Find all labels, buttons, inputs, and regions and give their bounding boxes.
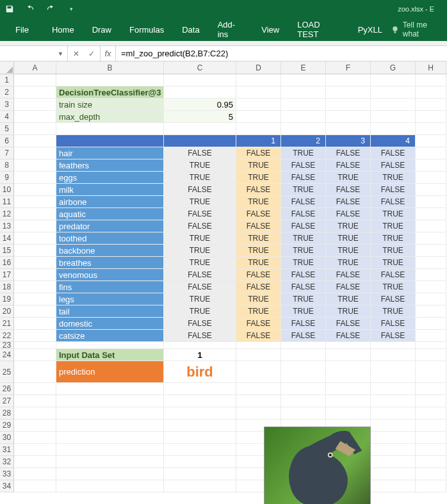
val-toothed-D[interactable]: TRUE (236, 232, 281, 245)
val-milk-G[interactable]: FALSE (371, 184, 416, 196)
cell-D4[interactable] (236, 111, 281, 123)
cell-B31[interactable] (56, 444, 164, 456)
val-backbone-G[interactable]: TRUE (371, 245, 416, 257)
cell-F3[interactable] (326, 99, 371, 111)
cell-A27[interactable] (14, 395, 56, 407)
feature-airbone[interactable]: airbone (56, 196, 164, 208)
cell-H32[interactable] (416, 456, 446, 468)
table-header-c[interactable] (164, 135, 236, 147)
col-header-B[interactable]: B (56, 61, 164, 74)
cell-H15[interactable] (416, 245, 446, 257)
cell-E3[interactable] (281, 99, 326, 111)
row-header-14[interactable]: 14 (0, 232, 14, 245)
val-airbone-G[interactable]: FALSE (371, 196, 416, 208)
val-toothed-G[interactable]: TRUE (371, 232, 416, 245)
cell-F5[interactable] (326, 123, 371, 135)
cell-G28[interactable] (371, 407, 416, 419)
cell-A11[interactable] (14, 196, 56, 208)
cell-G27[interactable] (371, 395, 416, 407)
cell-C31[interactable] (164, 444, 236, 456)
cell-H22[interactable] (416, 330, 446, 342)
cell-A4[interactable] (14, 111, 56, 123)
cell-H16[interactable] (416, 257, 446, 269)
cell-A8[interactable] (14, 159, 56, 172)
val-hair-G[interactable]: FALSE (371, 147, 416, 159)
customize-qat-icon[interactable]: ▾ (67, 4, 76, 13)
cell-A7[interactable] (14, 147, 56, 159)
cell-B28[interactable] (56, 407, 164, 419)
row-header-20[interactable]: 20 (0, 305, 14, 318)
cell-A14[interactable] (14, 232, 56, 245)
cell-H1[interactable] (416, 74, 446, 86)
param-trainsize-label[interactable]: train size (56, 99, 164, 111)
val-backbone-F[interactable]: TRUE (326, 245, 371, 257)
cell-H18[interactable] (416, 281, 446, 293)
val-venomous-C[interactable]: FALSE (164, 269, 236, 281)
val-feathers-E[interactable]: FALSE (281, 159, 326, 172)
cell-G30[interactable] (371, 432, 416, 444)
worksheet-grid[interactable]: A B C D E F G H 12DecisionTreeClassifier… (0, 61, 447, 492)
val-eggs-G[interactable]: TRUE (371, 172, 416, 184)
cell-H5[interactable] (416, 123, 446, 135)
val-fins-F[interactable]: FALSE (326, 281, 371, 293)
table-header-3[interactable]: 3 (326, 135, 371, 147)
tab-loadtest[interactable]: LOAD TEST (288, 18, 348, 41)
tab-addins[interactable]: Add-ins (209, 18, 253, 41)
feature-catsize[interactable]: catsize (56, 330, 164, 342)
cell-A30[interactable] (14, 432, 56, 444)
val-hair-E[interactable]: TRUE (281, 147, 326, 159)
select-all-corner[interactable] (0, 61, 14, 74)
val-legs-C[interactable]: TRUE (164, 293, 236, 305)
row-header-13[interactable]: 13 (0, 220, 14, 232)
cell-G33[interactable] (371, 468, 416, 480)
name-box-dropdown-icon[interactable]: ▼ (58, 51, 63, 57)
cell-A31[interactable] (14, 444, 56, 456)
cell-D3[interactable] (236, 99, 281, 111)
row-header-31[interactable]: 31 (0, 444, 14, 456)
cell-H21[interactable] (416, 318, 446, 330)
cell-A19[interactable] (14, 293, 56, 305)
cell-H33[interactable] (416, 468, 446, 480)
val-aquatic-F[interactable]: FALSE (326, 208, 371, 220)
val-tail-G[interactable]: TRUE (371, 305, 416, 318)
col-header-G[interactable]: G (371, 61, 416, 74)
cell-D26[interactable] (236, 383, 281, 395)
val-tail-F[interactable]: TRUE (326, 305, 371, 318)
cell-F27[interactable] (326, 395, 371, 407)
cell-G32[interactable] (371, 456, 416, 468)
val-predator-G[interactable]: TRUE (371, 220, 416, 232)
feature-hair[interactable]: hair (56, 147, 164, 159)
row-header-16[interactable]: 16 (0, 257, 14, 269)
cell-H4[interactable] (416, 111, 446, 123)
cell-H29[interactable] (416, 419, 446, 432)
input-dataset-value[interactable]: 1 (164, 349, 236, 361)
cell-G26[interactable] (371, 383, 416, 395)
row-header-26[interactable]: 26 (0, 383, 14, 395)
cell-H23[interactable] (416, 342, 446, 349)
save-icon[interactable] (5, 4, 14, 13)
val-aquatic-D[interactable]: FALSE (236, 208, 281, 220)
col-header-A[interactable]: A (14, 61, 56, 74)
cell-F25[interactable] (326, 361, 371, 383)
cell-H11[interactable] (416, 196, 446, 208)
cell-C26[interactable] (164, 383, 236, 395)
row-header-19[interactable]: 19 (0, 293, 14, 305)
row-header-6[interactable]: 6 (0, 135, 14, 147)
cell-H30[interactable] (416, 432, 446, 444)
val-venomous-F[interactable]: FALSE (326, 269, 371, 281)
cell-H9[interactable] (416, 172, 446, 184)
val-toothed-C[interactable]: TRUE (164, 232, 236, 245)
tell-me[interactable]: Tell me what (391, 20, 442, 38)
cell-B34[interactable] (56, 480, 164, 492)
cell-E28[interactable] (281, 407, 326, 419)
cell-B23[interactable] (56, 342, 164, 349)
cell-H28[interactable] (416, 407, 446, 419)
col-header-C[interactable]: C (164, 61, 236, 74)
cell-A34[interactable] (14, 480, 56, 492)
cell-A22[interactable] (14, 330, 56, 342)
cell-C32[interactable] (164, 456, 236, 468)
cell-E27[interactable] (281, 395, 326, 407)
cell-A20[interactable] (14, 305, 56, 318)
col-header-E[interactable]: E (281, 61, 326, 74)
tab-formulas[interactable]: Formulas (120, 18, 173, 41)
